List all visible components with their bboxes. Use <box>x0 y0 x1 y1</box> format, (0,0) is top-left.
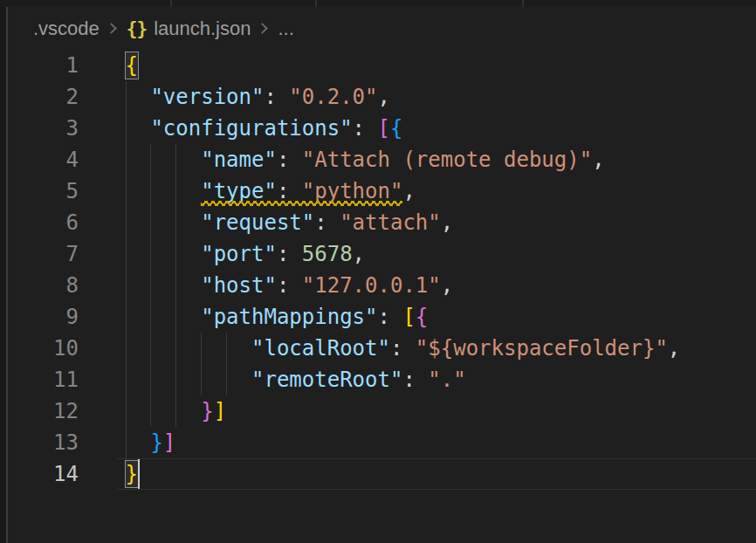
tab-divider <box>315 0 317 7</box>
line-number[interactable]: 12 <box>8 395 79 427</box>
indent-guide <box>126 238 127 270</box>
indent-guide <box>126 113 127 144</box>
code-token: : <box>264 85 289 109</box>
text-cursor <box>138 459 140 489</box>
line-number[interactable]: 3 <box>8 113 79 144</box>
indent-guide <box>175 238 176 270</box>
breadcrumb-symbol-ellipsis[interactable]: ... <box>278 17 293 40</box>
code-token: : <box>378 305 403 329</box>
code-token: [ <box>378 116 390 141</box>
indent-guide <box>126 81 127 113</box>
line-number[interactable]: 14 <box>8 458 79 490</box>
line-number[interactable]: 6 <box>8 207 79 238</box>
code-line-content[interactable]: "remoteRoot": "." <box>79 364 756 395</box>
code-token <box>126 210 202 235</box>
code-line[interactable]: 13 }] <box>8 427 756 458</box>
code-token: "type" <box>201 179 277 203</box>
code-token: "attach" <box>340 210 441 235</box>
code-token <box>126 305 202 329</box>
editor-pane: .vscode {} launch.json ... 1{2 "version"… <box>8 7 756 543</box>
code-line[interactable]: 2 "version": "0.2.0", <box>8 81 756 113</box>
code-line-content[interactable]: "name": "Attach (remote debug)", <box>79 144 756 175</box>
code-line[interactable]: 10 "localRoot": "${workspaceFolder}", <box>8 333 756 364</box>
code-line[interactable]: 5 "type": "python", <box>8 175 756 207</box>
code-token: : <box>314 210 340 235</box>
line-number[interactable]: 4 <box>8 144 79 175</box>
code-line-content[interactable]: }] <box>79 427 756 458</box>
breadcrumb-folder[interactable]: .vscode <box>33 17 100 40</box>
line-number[interactable]: 9 <box>8 301 79 333</box>
code-token: 5678 <box>302 242 353 266</box>
code-line[interactable]: 8 "host": "127.0.0.1", <box>8 270 756 301</box>
code-token: "version" <box>150 85 264 109</box>
code-token: "name" <box>201 148 277 172</box>
line-number[interactable]: 13 <box>8 427 79 458</box>
code-token: , <box>668 336 680 361</box>
chevron-right-icon <box>258 23 269 34</box>
code-line[interactable]: 4 "name": "Attach (remote debug)", <box>8 144 756 175</box>
code-token: } <box>150 430 162 455</box>
code-token: } <box>201 399 213 423</box>
code-token: { <box>416 305 428 329</box>
line-number[interactable]: 11 <box>8 364 79 395</box>
code-token: "remoteRoot" <box>251 368 402 392</box>
code-line-content[interactable]: "port": 5678, <box>79 238 756 270</box>
indent-guide <box>150 270 151 301</box>
line-number[interactable]: 10 <box>8 333 79 364</box>
code-token: , <box>402 179 415 203</box>
code-token: , <box>441 210 453 235</box>
code-line-content[interactable]: { <box>79 50 756 81</box>
indent-guide <box>226 333 227 364</box>
code-token: "." <box>428 368 465 392</box>
line-number[interactable]: 8 <box>8 270 79 301</box>
code-line-content[interactable]: } <box>79 458 756 490</box>
indent-guide <box>175 333 176 364</box>
code-line[interactable]: 12 }] <box>8 395 756 427</box>
code-line-content[interactable]: "host": "127.0.0.1", <box>79 270 756 301</box>
code-line-content[interactable]: }] <box>79 395 756 427</box>
code-line-content[interactable]: "request": "attach", <box>79 207 756 238</box>
code-token: "python" <box>302 179 403 203</box>
code-token: "host" <box>201 273 277 298</box>
code-token: : <box>277 242 302 266</box>
breadcrumb: .vscode {} launch.json ... <box>8 7 756 50</box>
code-line[interactable]: 7 "port": 5678, <box>8 238 756 270</box>
code-line[interactable]: 14} <box>8 458 756 490</box>
code-token: ] <box>214 399 226 423</box>
breadcrumb-file[interactable]: launch.json <box>154 17 251 40</box>
code-token: : <box>277 273 302 298</box>
code-line[interactable]: 9 "pathMappings": [{ <box>8 301 756 333</box>
code-line[interactable]: 1{ <box>8 50 756 81</box>
code-token: , <box>441 273 453 298</box>
code-token <box>126 368 252 392</box>
line-number[interactable]: 2 <box>8 81 79 113</box>
line-number[interactable]: 1 <box>8 50 79 81</box>
code-line[interactable]: 6 "request": "attach", <box>8 207 756 238</box>
code-line-content[interactable]: "version": "0.2.0", <box>79 81 756 113</box>
indent-guide <box>126 395 127 427</box>
left-pane-strip <box>0 7 6 543</box>
indent-guide <box>175 364 176 395</box>
tab-bar-strip <box>0 0 756 7</box>
code-token: "Attach (remote debug)" <box>302 148 592 172</box>
indent-guide <box>201 364 202 395</box>
indent-guide <box>150 395 151 427</box>
code-line-content[interactable]: "pathMappings": [{ <box>79 301 756 333</box>
bracket-match: { <box>126 52 138 79</box>
code-line[interactable]: 3 "configurations": [{ <box>8 113 756 144</box>
indent-guide <box>126 270 127 301</box>
indent-guide <box>126 144 127 175</box>
code-token: : <box>390 336 416 361</box>
code-line-content[interactable]: "type": "python", <box>79 175 756 207</box>
code-lines: 1{2 "version": "0.2.0",3 "configurations… <box>8 50 756 490</box>
code-line-content[interactable]: "localRoot": "${workspaceFolder}", <box>79 333 756 364</box>
code-token: "configurations" <box>150 116 352 141</box>
code-token: "request" <box>201 210 314 235</box>
line-number[interactable]: 7 <box>8 238 79 270</box>
code-line[interactable]: 11 "remoteRoot": "." <box>8 364 756 395</box>
line-number[interactable]: 5 <box>8 175 79 207</box>
code-token <box>126 116 151 141</box>
json-file-icon: {} <box>127 18 147 39</box>
code-token: , <box>378 85 390 109</box>
code-line-content[interactable]: "configurations": [{ <box>79 113 756 144</box>
